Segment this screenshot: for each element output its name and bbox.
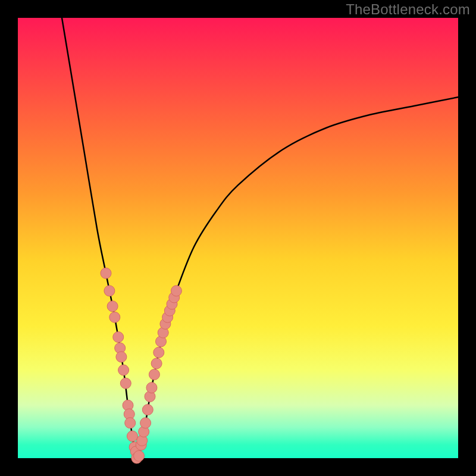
plot-area xyxy=(18,18,458,458)
marker-dot xyxy=(109,312,120,322)
marker-dot xyxy=(113,332,124,343)
chart-svg xyxy=(18,18,458,458)
marker-dot xyxy=(101,268,111,278)
marker-dot xyxy=(151,358,162,369)
marker-dot xyxy=(107,301,118,312)
sample-markers xyxy=(101,268,181,464)
marker-dot xyxy=(142,405,153,415)
marker-dot xyxy=(154,347,164,358)
marker-dot xyxy=(125,418,136,428)
marker-dot xyxy=(134,450,145,461)
marker-dot xyxy=(171,286,181,296)
bottleneck-curve xyxy=(62,18,458,458)
marker-dot xyxy=(146,383,157,393)
marker-dot xyxy=(120,378,131,389)
chart-frame: TheBottleneck.com xyxy=(0,0,476,476)
watermark-text: TheBottleneck.com xyxy=(346,1,470,18)
marker-dot xyxy=(140,418,151,428)
marker-dot xyxy=(104,286,115,296)
marker-dot xyxy=(149,369,159,380)
marker-dot xyxy=(127,431,137,441)
marker-dot xyxy=(118,365,129,375)
marker-dot xyxy=(116,352,127,362)
